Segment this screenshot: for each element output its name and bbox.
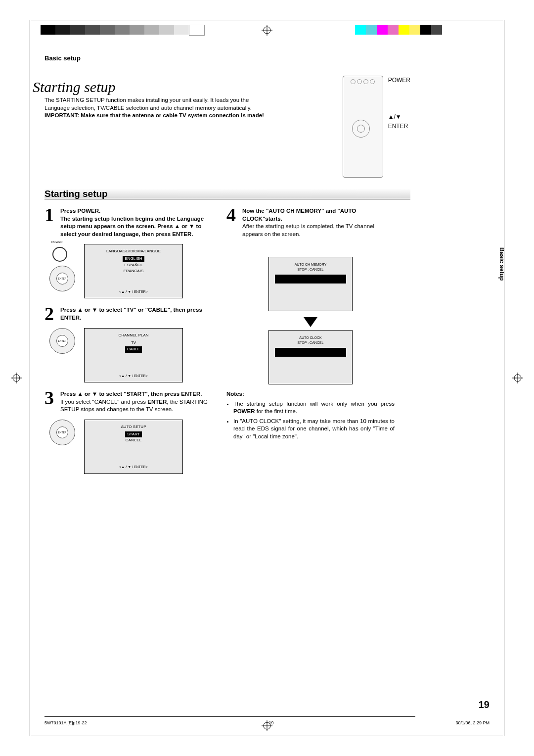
- print-color-bar-cmyk: [355, 25, 442, 35]
- auto-setup-screen: AUTO SETUP START CANCEL <▲ / ▼ / ENTER>: [84, 420, 183, 474]
- step-number: 1: [44, 206, 56, 238]
- step2-line1: Press ▲ or ▼ to select "TV" or "CABLE", …: [60, 307, 202, 321]
- step-number: 4: [226, 206, 238, 238]
- step1-line1: Press POWER.: [60, 208, 100, 214]
- step1-line2: The starting setup function begins and t…: [60, 216, 204, 237]
- footer-divider: [44, 716, 415, 717]
- step-number: 2: [44, 305, 56, 322]
- remote-enter-label: ENTER: [388, 123, 410, 131]
- note-item: In "AUTO CLOCK" setting, it may take mor…: [233, 418, 395, 441]
- step4-line2: After the starting setup is completed, t…: [242, 223, 374, 237]
- intro-text: The STARTING SETUP function makes instal…: [44, 96, 272, 112]
- dpad-icon: ENTER: [49, 328, 74, 353]
- remote-diagram: [343, 76, 383, 178]
- step-number: 3: [44, 389, 56, 414]
- auto-clock-screen: AUTO CLOCK STOP : CANCEL: [268, 330, 353, 384]
- section-title: Starting setup: [44, 189, 410, 199]
- auto-ch-memory-screen: AUTO CH MEMORY STOP : CANCEL: [268, 257, 353, 311]
- dpad-icon: ENTER: [49, 266, 74, 290]
- channel-plan-screen: CHANNEL PLAN TV CABLE <▲ / ▼ / ENTER>: [84, 328, 183, 382]
- notes-heading: Notes:: [226, 391, 244, 397]
- step3-line1: Press ▲ or ▼ to select "START", then pre…: [60, 391, 202, 397]
- print-color-bar-bw: [41, 25, 205, 36]
- step3-line2: If you select "CANCEL" and press ENTER, …: [60, 399, 208, 413]
- chapter-header: Basic setup: [44, 54, 410, 62]
- page-title: Starting setup: [33, 79, 332, 95]
- remote-arrows-label: ▲/▼: [388, 113, 410, 121]
- print-footer: 5W70101A [E]p19-22 19 30/1/06, 2:29 PM: [44, 720, 490, 725]
- registration-mark-icon: [262, 25, 272, 36]
- remote-power-label: POWER: [388, 77, 410, 85]
- side-tab: Basic setup: [498, 247, 505, 281]
- power-btn-label: POWER: [51, 240, 79, 244]
- power-button-icon: [52, 247, 67, 262]
- language-screen: LANGUAGE/IDIOMA/LANGUE ENGLISH ESPAÑOL F…: [84, 244, 183, 298]
- down-arrow-icon: [304, 317, 317, 327]
- important-note: IMPORTANT: Make sure that the antenna or…: [44, 112, 272, 120]
- step4-line1: Now the "AUTO CH MEMORY" and "AUTO CLOCK…: [242, 208, 356, 222]
- dpad-icon: ENTER: [49, 420, 74, 444]
- registration-mark-icon: [512, 373, 523, 383]
- registration-mark-icon: [11, 373, 22, 383]
- page-number: 19: [479, 699, 490, 710]
- note-item: The starting setup function will work on…: [233, 400, 395, 416]
